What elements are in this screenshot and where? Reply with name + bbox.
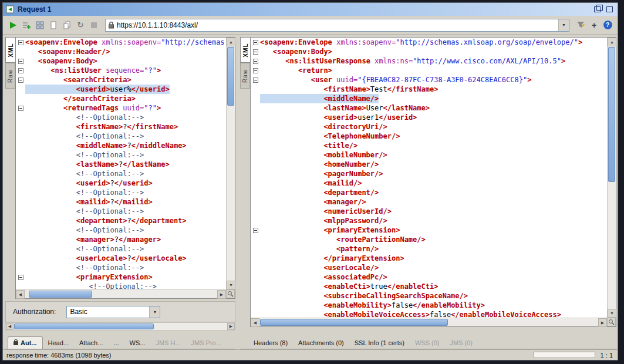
request-code-line[interactable]: <soapenv:Header/>: [16, 47, 226, 56]
endpoint-combobox[interactable]: ▼: [105, 19, 569, 32]
request-inspector-tab[interactable]: JMS Pro...: [186, 337, 227, 349]
response-code-line[interactable]: <numericUserId/>: [251, 207, 607, 216]
response-code-line[interactable]: <ns:listUserResponse xmlns:ns="http://ww…: [251, 56, 607, 66]
scroll-right-button[interactable]: ▶: [598, 318, 607, 327]
request-code-line[interactable]: <soapenv:Envelope xmlns:soapenv="http://…: [16, 38, 226, 47]
fold-toggle-icon[interactable]: [18, 68, 23, 73]
request-code-line[interactable]: <ns:listUser sequence="?">: [16, 66, 226, 75]
response-code-line[interactable]: <enableCti>true</enableCti>: [251, 282, 607, 291]
fold-toggle-icon[interactable]: [18, 77, 23, 83]
fold-toggle-icon[interactable]: [253, 77, 258, 83]
recreate-request-button[interactable]: ↻: [75, 19, 86, 31]
response-code-line[interactable]: <return>: [251, 66, 607, 75]
scroll-thumb[interactable]: [14, 323, 154, 329]
add-endpoint-button[interactable]: +: [588, 19, 600, 31]
request-xml-editor[interactable]: <soapenv:Envelope xmlns:soapenv="http://…: [15, 37, 235, 299]
fold-toggle-icon[interactable]: [18, 275, 23, 280]
response-tab-raw[interactable]: Raw: [240, 63, 250, 89]
response-code-line[interactable]: <pagerNumber/>: [251, 169, 607, 178]
request-tab-xml[interactable]: XML: [5, 37, 15, 63]
request-zoom-button[interactable]: [226, 289, 235, 298]
auth-horizontal-scrollbar[interactable]: ◀ ▶: [5, 322, 235, 331]
request-code-line[interactable]: <!--Optional:-->: [16, 263, 226, 272]
add-to-mockservice-button[interactable]: [34, 19, 46, 31]
response-code-line[interactable]: <firstName>Test</firstName>: [251, 85, 607, 94]
request-code-line[interactable]: <!--Optional:-->: [16, 169, 226, 178]
fold-toggle-icon[interactable]: [18, 106, 23, 111]
response-code-line[interactable]: <TelephoneNumber/>: [251, 132, 607, 141]
response-xml-editor[interactable]: <soapenv:Envelope xmlns:soapenv="http://…: [250, 37, 616, 327]
cancel-request-button[interactable]: [88, 19, 100, 31]
request-code-line[interactable]: <!--Optional:-->: [16, 282, 226, 289]
response-inspector-tab[interactable]: Attachments (0): [293, 337, 349, 349]
request-code-line[interactable]: <!--Optional:-->: [16, 113, 226, 122]
response-code-line[interactable]: <pattern/>: [251, 244, 607, 254]
request-code-line[interactable]: <!--Optional:-->: [16, 225, 226, 235]
scroll-thumb[interactable]: [227, 47, 234, 106]
clone-request-button[interactable]: [61, 19, 73, 31]
scroll-up-button[interactable]: ▲: [608, 38, 616, 46]
add-to-testcase-button[interactable]: [21, 19, 32, 31]
response-code-line[interactable]: <manager/>: [251, 197, 607, 207]
scroll-left-button[interactable]: ◀: [16, 290, 25, 299]
request-code-line[interactable]: <userLocale>?</userLocale>: [16, 254, 226, 263]
response-code-line[interactable]: <primaryExtension>: [251, 225, 607, 235]
authorization-select[interactable]: Basic ▼: [66, 306, 160, 318]
request-inspector-tab[interactable]: ...: [108, 337, 124, 349]
scroll-thumb[interactable]: [29, 291, 92, 298]
response-code-line[interactable]: <soapenv:Body>: [251, 47, 607, 56]
request-code-line[interactable]: <!--Optional:-->: [16, 188, 226, 197]
response-code-line[interactable]: <title/>: [251, 141, 607, 150]
response-inspector-tab[interactable]: Headers (8): [248, 337, 293, 349]
response-vertical-scrollbar[interactable]: ▲ ▼: [607, 38, 616, 318]
response-zoom-button[interactable]: [607, 318, 616, 326]
request-code-line[interactable]: <userid>user%</userid>: [16, 85, 226, 94]
endpoint-url-input[interactable]: [114, 21, 558, 29]
request-code-area[interactable]: <soapenv:Envelope xmlns:soapenv="http://…: [16, 38, 226, 289]
response-code-line[interactable]: <soapenv:Envelope xmlns:soapenv="http://…: [251, 38, 607, 47]
request-code-line[interactable]: </searchCriteria>: [16, 94, 226, 103]
maximize-button[interactable]: [605, 5, 615, 14]
response-code-line[interactable]: <lastName>User</lastName>: [251, 103, 607, 113]
detach-button[interactable]: [592, 5, 602, 14]
scroll-left-button[interactable]: ◀: [6, 323, 14, 330]
scroll-left-button[interactable]: ◀: [251, 318, 259, 327]
response-code-line[interactable]: <enableMobileVoiceAccess>false</enableMo…: [251, 310, 607, 318]
request-code-line[interactable]: <userid>?</userid>: [16, 178, 226, 188]
request-code-line[interactable]: <firstName>?</firstName>: [16, 122, 226, 132]
fold-toggle-icon[interactable]: [18, 40, 23, 45]
response-code-line[interactable]: <directoryUri/>: [251, 122, 607, 132]
response-code-line[interactable]: <mailid/>: [251, 178, 607, 188]
response-inspector-tab[interactable]: WSS (0): [410, 337, 445, 349]
scroll-right-button[interactable]: ▶: [227, 323, 235, 330]
request-code-line[interactable]: <primaryExtension>: [16, 272, 226, 282]
scroll-thumb[interactable]: [260, 319, 448, 326]
scroll-up-button[interactable]: ▲: [227, 38, 235, 46]
request-code-line[interactable]: <!--Optional:-->: [16, 207, 226, 216]
fold-toggle-icon[interactable]: [253, 68, 258, 73]
scroll-thumb[interactable]: [608, 47, 615, 182]
filter-properties-button[interactable]: [575, 19, 586, 31]
response-code-line[interactable]: <user uuid="{FBEA0C82-87FC-C738-A3F0-624…: [251, 75, 607, 85]
response-code-line[interactable]: <enableMobility>false</enableMobility>: [251, 301, 607, 310]
request-code-line[interactable]: <soapenv:Body>: [16, 56, 226, 66]
response-code-area[interactable]: <soapenv:Envelope xmlns:soapenv="http://…: [251, 38, 607, 318]
response-code-line[interactable]: <mlppPassword/>: [251, 216, 607, 225]
response-inspector-tab[interactable]: JMS (0): [444, 337, 478, 349]
request-code-line[interactable]: <!--Optional:-->: [16, 132, 226, 141]
fold-toggle-icon[interactable]: [18, 59, 23, 64]
fold-toggle-icon[interactable]: [253, 40, 258, 45]
fold-toggle-icon[interactable]: [253, 49, 258, 55]
request-inspector-tab[interactable]: Attach...: [74, 337, 108, 349]
create-empty-request-button[interactable]: [48, 19, 59, 31]
request-tab-raw[interactable]: Raw: [5, 63, 15, 89]
response-code-line[interactable]: <subscribeCallingSearchSpaceName/>: [251, 291, 607, 301]
request-code-line[interactable]: <!--Optional:-->: [16, 244, 226, 254]
response-code-line[interactable]: <homeNumber/>: [251, 160, 607, 169]
response-code-line[interactable]: <userid>user1</userid>: [251, 113, 607, 122]
horizontal-splitter[interactable]: [235, 37, 240, 327]
response-code-line[interactable]: <department/>: [251, 188, 607, 197]
request-code-line[interactable]: <manager>?</manager>: [16, 235, 226, 244]
request-inspector-tab[interactable]: JMS H...: [150, 337, 185, 349]
request-inspector-tab[interactable]: WS...: [124, 337, 151, 349]
